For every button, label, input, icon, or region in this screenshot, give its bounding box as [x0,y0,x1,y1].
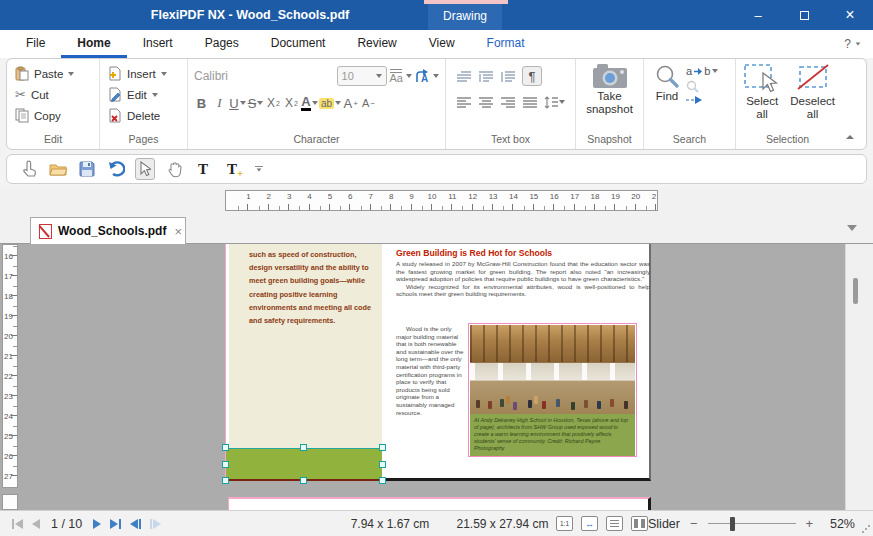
highlight-button[interactable]: ab [319,92,341,114]
selected-rectangle-shape[interactable] [226,448,382,481]
vertical-scrollbar[interactable] [845,244,873,510]
collapse-ribbon-button[interactable] [839,59,861,149]
text-direction-button[interactable]: A [415,69,430,83]
font-size-combo[interactable]: 10 [337,66,387,86]
scrollbar-thumb[interactable] [853,278,858,304]
align-right-icon[interactable] [500,97,516,108]
subscript-button[interactable]: X2 [265,92,282,114]
next-view-button[interactable] [150,519,161,529]
first-page-button[interactable] [12,519,23,529]
indent-hanging-icon[interactable] [478,71,494,82]
font-color-button[interactable]: A [301,92,318,114]
zoom-out-button[interactable]: − [690,516,698,531]
copy-button[interactable]: Copy [11,105,95,126]
paste-button[interactable]: Paste [11,63,95,84]
search-again-icon[interactable] [686,80,699,93]
minimize-button[interactable]: – [735,0,781,30]
select-tool-button[interactable] [135,158,155,180]
deselect-all-button[interactable]: Deselect all [790,63,835,121]
undo-button[interactable] [106,158,126,180]
close-button[interactable]: × [827,0,873,30]
align-justify-icon[interactable] [522,97,538,108]
take-snapshot-button[interactable]: Take snapshot [581,63,639,116]
cut-button[interactable]: ✂ Cut [11,84,95,105]
zoom-in-button[interactable]: + [806,516,814,531]
tab-close-icon[interactable]: × [174,224,182,239]
actual-size-icon[interactable]: 1:1 [556,516,573,531]
maximize-button[interactable] [781,0,827,30]
shrink-font-button[interactable]: A− [360,92,377,114]
next-page-icon[interactable] [93,519,101,529]
insert-page-button[interactable]: Insert [104,63,183,84]
ribbon-group-selection: Select all Deselect all Selection [735,59,839,149]
align-center-icon[interactable] [478,97,494,108]
selection-handle-e[interactable] [379,461,386,468]
zoom-slider[interactable] [708,523,796,525]
new-text-box-button[interactable]: T+ [222,158,242,180]
line-spacing-icon[interactable] [544,96,565,109]
menu-item[interactable]: Home [61,30,126,58]
bold-button[interactable]: B [193,92,210,114]
pan-tool-button[interactable] [164,158,184,180]
selection-handle-sw[interactable] [222,477,229,484]
selection-handle-ne[interactable] [379,444,386,451]
font-name-field[interactable]: Calibri [194,69,334,83]
fit-width-icon[interactable]: ↔ [581,516,598,531]
facing-pages-icon[interactable] [631,516,648,531]
menu-item[interactable]: Document [255,30,342,58]
select-all-button[interactable]: Select all [740,63,784,121]
delete-page-button[interactable]: Delete [104,105,183,126]
selection-handle-n[interactable] [300,444,307,451]
open-file-button[interactable] [48,158,68,180]
replace-button[interactable]: a b [686,65,718,77]
selection-handle-se[interactable] [379,477,386,484]
find-next-arrow-icon[interactable] [686,96,702,104]
character-spacing-icon[interactable]: Aa [390,69,403,83]
menu-item[interactable]: Review [341,30,412,58]
indent-first-line-icon[interactable] [456,71,472,82]
strikethrough-button[interactable]: S [247,92,264,114]
ruler-mark: 1 [228,191,248,210]
superscript-button[interactable]: X2 [283,92,300,114]
help-button[interactable]: ? [844,30,861,58]
pdf-page-1[interactable]: such as speed of construction, design ve… [225,244,651,481]
save-button[interactable] [77,158,97,180]
menu-item[interactable]: File [10,30,61,58]
document-tab[interactable]: Wood_Schools.pdf × [30,217,186,244]
menu-item[interactable]: Insert [127,30,189,58]
selection-handle-nw[interactable] [222,444,229,451]
touch-mode-button[interactable] [19,158,39,180]
minimize-icon: – [754,8,761,23]
toolbar-options-button[interactable] [255,166,263,173]
grow-font-button[interactable]: A+ [342,92,359,114]
menu-item[interactable]: View [413,30,471,58]
previous-page-icon[interactable] [32,519,40,529]
article-image-block[interactable]: At Andy Dekaney High School in Houston, … [468,323,637,457]
menu-item[interactable]: Format [471,30,541,58]
underline-button[interactable]: U [229,92,246,114]
last-page-button[interactable] [110,519,121,529]
page-indicator[interactable]: 1 / 10 [51,517,82,531]
selection-handle-w[interactable] [222,461,229,468]
menu-item[interactable]: Pages [189,30,255,58]
view-mode-buttons: 1:1 ↔ [556,516,648,531]
pdf-page-2[interactable] [228,497,651,510]
resize-grip[interactable] [862,525,870,533]
text-direction-icon: A [415,69,430,83]
tab-list-dropdown-icon[interactable] [847,225,857,231]
ruler-mark: 23 [3,376,17,396]
indent-left-icon[interactable] [500,71,516,82]
selection-handle-s[interactable] [300,477,307,484]
italic-button[interactable]: I [211,92,228,114]
ribbon-group-textbox: ¶ Text box [445,59,575,149]
previous-view-button[interactable] [130,519,141,529]
align-left-icon[interactable] [456,97,472,108]
copy-pages-icon [15,108,29,123]
edit-page-button[interactable]: Edit [104,84,183,105]
text-tool-button[interactable]: T [193,158,213,180]
show-paragraph-marks-button[interactable]: ¶ [522,66,542,86]
zoom-slider-thumb[interactable] [730,517,735,531]
single-page-icon[interactable] [606,516,623,531]
find-button[interactable]: Find [654,63,680,104]
tab-drawing[interactable]: Drawing [428,0,502,30]
